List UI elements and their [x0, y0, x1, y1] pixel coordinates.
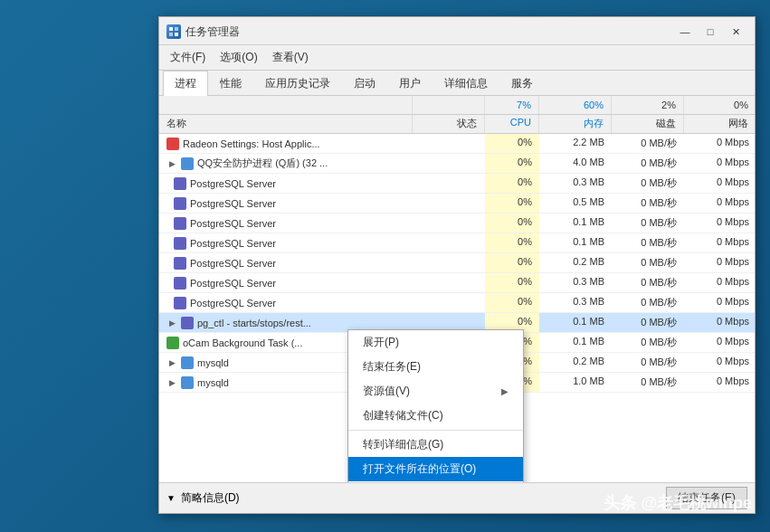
row-memory: 4.0 MB: [539, 154, 612, 173]
process-icon: [181, 317, 194, 329]
row-name: PostgreSQL Server: [159, 293, 413, 312]
menu-bar: 文件(F) 选项(O) 查看(V): [159, 45, 755, 71]
row-name: PostgreSQL Server: [159, 194, 413, 213]
row-name: PostgreSQL Server: [159, 174, 413, 193]
row-cpu: 0%: [485, 134, 539, 153]
th-cpu-pct[interactable]: 7%: [485, 96, 539, 114]
tab-processes[interactable]: 进程: [163, 71, 208, 96]
table-row[interactable]: PostgreSQL Server 0% 0.2 MB 0 MB/秒 0 Mbp…: [159, 253, 755, 273]
watermark: 头条 @老毛桃winpe: [604, 492, 752, 514]
menu-file[interactable]: 文件(F): [163, 47, 213, 68]
col-memory[interactable]: 内存: [539, 115, 612, 133]
row-disk: 0 MB/秒: [612, 214, 684, 233]
row-disk: 0 MB/秒: [612, 134, 684, 153]
table-row[interactable]: PostgreSQL Server 0% 0.3 MB 0 MB/秒 0 Mbp…: [159, 293, 755, 313]
menu-options[interactable]: 选项(O): [213, 47, 264, 68]
col-status[interactable]: 状态: [413, 115, 485, 133]
table-row[interactable]: Radeon Settings: Host Applic... 0% 2.2 M…: [159, 134, 755, 154]
status-info: ▼ 简略信息(D): [166, 490, 240, 506]
row-disk: 0 MB/秒: [612, 154, 684, 173]
th-status-col[interactable]: [413, 96, 485, 114]
row-memory: 0.1 MB: [539, 333, 612, 352]
cm-resource[interactable]: 资源值(V) ▶: [348, 379, 523, 404]
process-icon: [166, 337, 179, 349]
row-network: 0 Mbps: [684, 253, 755, 272]
row-name: PostgreSQL Server: [159, 233, 413, 252]
row-memory: 0.3 MB: [539, 174, 612, 193]
table-row[interactable]: PostgreSQL Server 0% 0.1 MB 0 MB/秒 0 Mbp…: [159, 214, 755, 233]
cm-create-dump[interactable]: 创建转储文件(C): [348, 404, 523, 428]
row-memory: 0.2 MB: [539, 353, 612, 372]
row-memory: 0.1 MB: [539, 313, 612, 332]
tab-users[interactable]: 用户: [387, 71, 433, 96]
row-memory: 1.0 MB: [539, 373, 612, 392]
row-network: 0 Mbps: [684, 353, 755, 372]
cm-goto-details[interactable]: 转到详细信息(G): [348, 432, 523, 457]
row-network: 0 Mbps: [684, 293, 755, 312]
row-network: 0 Mbps: [684, 233, 755, 252]
expand-icon: ▶: [166, 377, 177, 388]
row-cpu: 0%: [485, 273, 539, 292]
row-name: PostgreSQL Server: [159, 273, 413, 292]
tab-startup[interactable]: 启动: [342, 71, 387, 96]
row-memory: 0.1 MB: [539, 214, 612, 233]
cm-end-task[interactable]: 结束任务(E): [348, 355, 523, 379]
table-row[interactable]: ▶ QQ安全防护进程 (Q盾) (32 ... 0% 4.0 MB 0 MB/秒…: [159, 154, 755, 174]
table-row[interactable]: PostgreSQL Server 0% 0.3 MB 0 MB/秒 0 Mbp…: [159, 174, 755, 194]
row-cpu: 0%: [485, 154, 539, 173]
col-disk[interactable]: 磁盘: [612, 115, 684, 133]
row-disk: 0 MB/秒: [612, 253, 684, 272]
row-name: PostgreSQL Server: [159, 214, 413, 233]
row-disk: 0 MB/秒: [612, 313, 684, 332]
row-status: [413, 134, 485, 153]
row-network: 0 Mbps: [684, 154, 755, 173]
row-cpu: 0%: [485, 293, 539, 312]
col-cpu[interactable]: CPU: [485, 115, 539, 133]
row-disk: 0 MB/秒: [612, 233, 684, 252]
row-disk: 0 MB/秒: [612, 333, 684, 352]
column-labels: 名称 状态 CPU 内存 磁盘 网络: [159, 115, 755, 134]
th-net-pct[interactable]: 0%: [684, 96, 755, 114]
row-disk: 0 MB/秒: [612, 194, 684, 213]
col-name[interactable]: 名称: [159, 115, 413, 133]
process-icon: [166, 138, 179, 150]
col-network[interactable]: 网络: [684, 115, 755, 133]
th-mem-pct[interactable]: 60%: [539, 96, 612, 114]
chevron-down-icon: ▼: [166, 493, 176, 503]
close-button[interactable]: ✕: [724, 23, 747, 41]
process-icon: [181, 356, 194, 369]
window-controls: — □ ✕: [673, 23, 747, 41]
table-row[interactable]: PostgreSQL Server 0% 0.3 MB 0 MB/秒 0 Mbp…: [159, 273, 755, 293]
tab-app-history[interactable]: 应用历史记录: [253, 71, 342, 96]
table-row[interactable]: PostgreSQL Server 0% 0.5 MB 0 MB/秒 0 Mbp…: [159, 194, 755, 214]
row-memory: 0.2 MB: [539, 253, 612, 272]
row-memory: 0.3 MB: [539, 273, 612, 292]
table-row[interactable]: PostgreSQL Server 0% 0.1 MB 0 MB/秒 0 Mbp…: [159, 233, 755, 253]
row-disk: 0 MB/秒: [612, 174, 684, 193]
row-cpu: 0%: [485, 194, 539, 213]
process-icon: [174, 197, 186, 210]
row-network: 0 Mbps: [684, 174, 755, 193]
th-name-col[interactable]: [159, 96, 413, 114]
row-network: 0 Mbps: [684, 194, 755, 213]
svg-rect-1: [175, 27, 178, 31]
row-disk: 0 MB/秒: [612, 353, 684, 372]
menu-view[interactable]: 查看(V): [265, 47, 316, 68]
th-disk-pct[interactable]: 2%: [612, 96, 684, 114]
expand-icon: ▶: [166, 357, 177, 368]
row-cpu: 0%: [485, 214, 539, 233]
row-status: [413, 154, 485, 173]
cm-online-search[interactable]: 在线搜索(S): [348, 481, 523, 482]
tab-performance[interactable]: 性能: [208, 71, 253, 96]
tab-services[interactable]: 服务: [499, 71, 545, 96]
process-icon: [174, 257, 186, 270]
status-label[interactable]: 简略信息(D): [181, 490, 240, 506]
tab-bar: 进程 性能 应用历史记录 启动 用户 详细信息 服务: [159, 71, 755, 96]
maximize-button[interactable]: □: [699, 23, 722, 41]
tab-details[interactable]: 详细信息: [433, 71, 499, 96]
cm-open-file-location[interactable]: 打开文件所在的位置(O): [348, 457, 523, 481]
cm-expand[interactable]: 展开(P): [348, 330, 523, 355]
minimize-button[interactable]: —: [673, 23, 697, 41]
process-icon: [174, 277, 186, 290]
row-status: [413, 273, 485, 292]
